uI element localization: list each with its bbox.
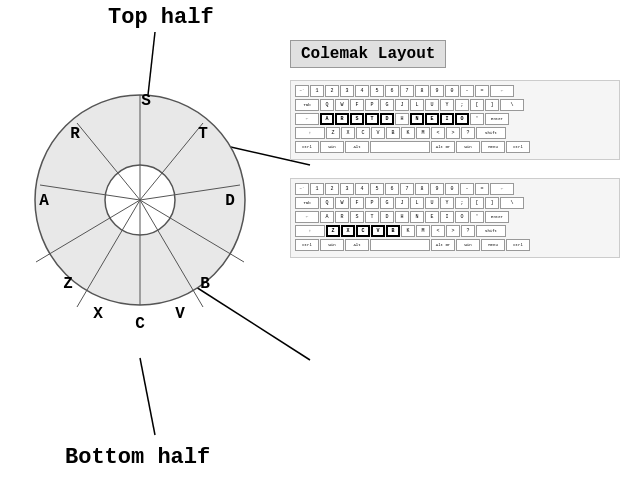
key-rshift: Shift <box>476 127 506 139</box>
key-u: U <box>425 99 439 111</box>
key-quote: ' <box>470 113 484 125</box>
key-s-b: S <box>350 211 364 223</box>
key-y-b: Y <box>440 197 454 209</box>
top-row-bot: Tab Q W F P G J L U Y ; [ ] \ <box>295 197 615 209</box>
keyboard-section: Colemak Layout ~` 1 2 3 4 5 6 7 8 9 0 - … <box>290 40 620 258</box>
key-rwin: Win <box>456 141 480 153</box>
key-menu-b: Menu <box>481 239 505 251</box>
key-lalt: Alt <box>345 141 369 153</box>
key-backslash: \ <box>500 99 524 111</box>
key-1: 1 <box>310 85 324 97</box>
key-rctrl: Ctrl <box>506 141 530 153</box>
key-backslash-b: \ <box>500 197 524 209</box>
key-q: Q <box>320 99 334 111</box>
key-f: F <box>350 99 364 111</box>
key-7: 7 <box>400 85 414 97</box>
key-tilde: ~` <box>295 85 309 97</box>
key-equals-b: = <box>475 183 489 195</box>
key-s-hl: S <box>350 113 364 125</box>
key-8-b: 8 <box>415 183 429 195</box>
wheel-diagram: S T D B V C X Z A R <box>20 70 260 350</box>
key-5: 5 <box>370 85 384 97</box>
key-tilde-b: ~` <box>295 183 309 195</box>
top-row-top: Tab Q W F P G J L U Y ; [ ] \ <box>295 99 615 111</box>
key-9: 9 <box>430 85 444 97</box>
key-rshift-b: Shift <box>476 225 506 237</box>
home-row-top: ← A R S T D H N E I O ' Enter <box>295 113 615 125</box>
key-y: Y <box>440 99 454 111</box>
key-period-b: > <box>446 225 460 237</box>
key-rbracket-b: ] <box>485 197 499 209</box>
bottom-row-top: ↑ Z X C V B K M < > ? Shift <box>295 127 615 139</box>
key-n-hl: N <box>410 113 424 125</box>
key-backspace: ← <box>490 85 514 97</box>
key-3: 3 <box>340 85 354 97</box>
key-7-b: 7 <box>400 183 414 195</box>
svg-text:R: R <box>70 125 80 143</box>
nav-row-bot: Ctrl Win Alt Alt Gr Win Menu Ctrl <box>295 239 615 251</box>
keyboard-bottom: ~` 1 2 3 4 5 6 7 8 9 0 - = ← Tab Q W F <box>290 178 620 258</box>
key-v: V <box>371 127 385 139</box>
key-t-b: T <box>365 211 379 223</box>
svg-text:S: S <box>141 92 151 110</box>
key-t-hl: T <box>365 113 379 125</box>
key-slash-b: ? <box>461 225 475 237</box>
number-row-bot: ~` 1 2 3 4 5 6 7 8 9 0 - = ← <box>295 183 615 195</box>
key-c: C <box>356 127 370 139</box>
svg-text:C: C <box>135 315 145 333</box>
key-menu: Menu <box>481 141 505 153</box>
bottom-half-label: Bottom half <box>65 445 210 470</box>
key-k: K <box>401 127 415 139</box>
key-o-hl: O <box>455 113 469 125</box>
key-0-b: 0 <box>445 183 459 195</box>
key-m: M <box>416 127 430 139</box>
key-minus: - <box>460 85 474 97</box>
svg-text:A: A <box>39 192 49 210</box>
key-v-hl: V <box>371 225 385 237</box>
key-ralt: Alt Gr <box>431 141 455 153</box>
svg-text:Z: Z <box>63 275 73 293</box>
key-z: Z <box>326 127 340 139</box>
key-lctrl: Ctrl <box>295 141 319 153</box>
key-space <box>370 141 430 153</box>
key-lbracket-b: [ <box>470 197 484 209</box>
key-u-b: U <box>425 197 439 209</box>
key-3-b: 3 <box>340 183 354 195</box>
nav-row-top: Ctrl Win Alt Alt Gr Win Menu Ctrl <box>295 141 615 153</box>
key-2: 2 <box>325 85 339 97</box>
key-lwin-b: Win <box>320 239 344 251</box>
key-lalt-b: Alt <box>345 239 369 251</box>
key-lctrl-b: Ctrl <box>295 239 319 251</box>
key-ralt-b: Alt Gr <box>431 239 455 251</box>
key-q-b: Q <box>320 197 334 209</box>
key-rctrl-b: Ctrl <box>506 239 530 251</box>
key-space-b <box>370 239 430 251</box>
key-e-b: E <box>425 211 439 223</box>
key-c-hl: C <box>356 225 370 237</box>
svg-text:B: B <box>200 275 210 293</box>
key-1-b: 1 <box>310 183 324 195</box>
key-comma: < <box>431 127 445 139</box>
key-semi-b: ; <box>455 197 469 209</box>
key-d-b: D <box>380 211 394 223</box>
key-lshift: ↑ <box>295 127 325 139</box>
key-enter-b: Enter <box>485 211 509 223</box>
key-r-hl: R <box>335 113 349 125</box>
key-enter: Enter <box>485 113 509 125</box>
key-lbracket: [ <box>470 99 484 111</box>
key-9-b: 9 <box>430 183 444 195</box>
keyboard-wrapper: ~` 1 2 3 4 5 6 7 8 9 0 - = ← Tab Q W F <box>290 80 620 258</box>
key-quote-b: ' <box>470 211 484 223</box>
key-w: W <box>335 99 349 111</box>
key-8: 8 <box>415 85 429 97</box>
svg-text:V: V <box>175 305 185 323</box>
key-0: 0 <box>445 85 459 97</box>
key-p: P <box>365 99 379 111</box>
key-minus-b: - <box>460 183 474 195</box>
key-2-b: 2 <box>325 183 339 195</box>
key-e-hl: E <box>425 113 439 125</box>
key-n-b: N <box>410 211 424 223</box>
keyboard-top: ~` 1 2 3 4 5 6 7 8 9 0 - = ← Tab Q W F <box>290 80 620 160</box>
key-p-b: P <box>365 197 379 209</box>
key-i-b: I <box>440 211 454 223</box>
